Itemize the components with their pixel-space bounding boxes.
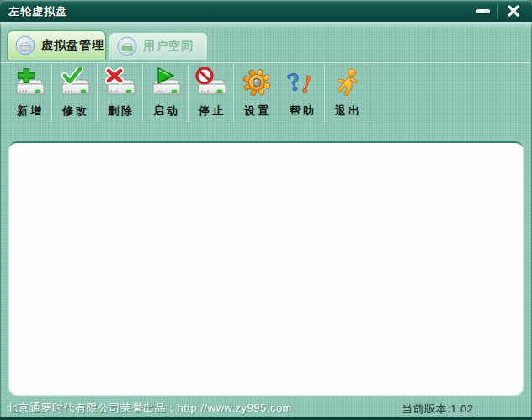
start-button[interactable]: 启动 bbox=[143, 65, 189, 122]
modify-button-label: 修改 bbox=[55, 104, 97, 119]
minimize-icon bbox=[476, 9, 490, 13]
add-button[interactable]: 新增 bbox=[7, 65, 52, 122]
window-title: 左轮虚拟盘 bbox=[8, 4, 67, 19]
drive-delete-icon bbox=[103, 67, 138, 101]
tab-label: 虚拟盘管理 bbox=[41, 38, 104, 53]
drive-add-icon bbox=[12, 67, 47, 101]
tab-virtual-disk-management[interactable]: 虚拟盘管理 bbox=[7, 30, 106, 60]
tab-label: 用户空间 bbox=[143, 39, 194, 54]
settings-button[interactable]: 设置 bbox=[234, 65, 279, 122]
close-icon bbox=[507, 4, 520, 18]
company-credit-text: 北京通罗时代有限公司荣誉出品：http://www.zy995.com bbox=[7, 401, 292, 416]
start-button-label: 启动 bbox=[146, 104, 188, 119]
exit-button-label: 退出 bbox=[327, 104, 370, 119]
exit-button[interactable]: 退出 bbox=[325, 65, 370, 122]
add-button-label: 新增 bbox=[9, 104, 51, 119]
drive-start-icon bbox=[148, 67, 184, 101]
app-window: 左轮虚拟盘 虚拟盘管理 bbox=[0, 0, 532, 420]
window-controls-divider bbox=[497, 3, 498, 19]
disk-circle-green-icon bbox=[117, 36, 137, 56]
modify-button[interactable]: 修改 bbox=[52, 65, 98, 122]
drive-modify-icon bbox=[57, 67, 93, 101]
titlebar-highlight-strip bbox=[0, 22, 532, 29]
exit-runner-icon bbox=[330, 67, 365, 101]
close-button[interactable] bbox=[502, 3, 525, 19]
gear-icon bbox=[239, 67, 274, 101]
help-button[interactable]: ? ! 帮助 bbox=[279, 65, 325, 122]
help-button-label: 帮助 bbox=[282, 104, 324, 119]
disk-circle-gray-icon bbox=[15, 35, 35, 56]
version-text: 当前版本:1.02 bbox=[402, 401, 473, 417]
toolbar: 新增 修改 删除 bbox=[7, 65, 370, 122]
settings-button-label: 设置 bbox=[237, 104, 279, 119]
stop-button-label: 停止 bbox=[191, 104, 233, 119]
delete-button[interactable]: 删除 bbox=[98, 65, 143, 122]
tab-strip: 虚拟盘管理 用户空间 bbox=[7, 30, 208, 60]
svg-text:!: ! bbox=[299, 69, 315, 98]
tab-user-space[interactable]: 用户空间 bbox=[109, 32, 208, 60]
drive-stop-icon bbox=[194, 67, 229, 101]
status-bar: 北京通罗时代有限公司荣誉出品：http://www.zy995.com 当前版本… bbox=[0, 394, 532, 420]
help-icon: ? ! bbox=[285, 67, 320, 101]
delete-button-label: 删除 bbox=[100, 104, 142, 119]
title-bar: 左轮虚拟盘 bbox=[0, 0, 532, 22]
minimize-button[interactable] bbox=[471, 3, 495, 19]
virtual-disk-list-panel bbox=[8, 141, 524, 396]
stop-button[interactable]: 停止 bbox=[189, 65, 234, 122]
